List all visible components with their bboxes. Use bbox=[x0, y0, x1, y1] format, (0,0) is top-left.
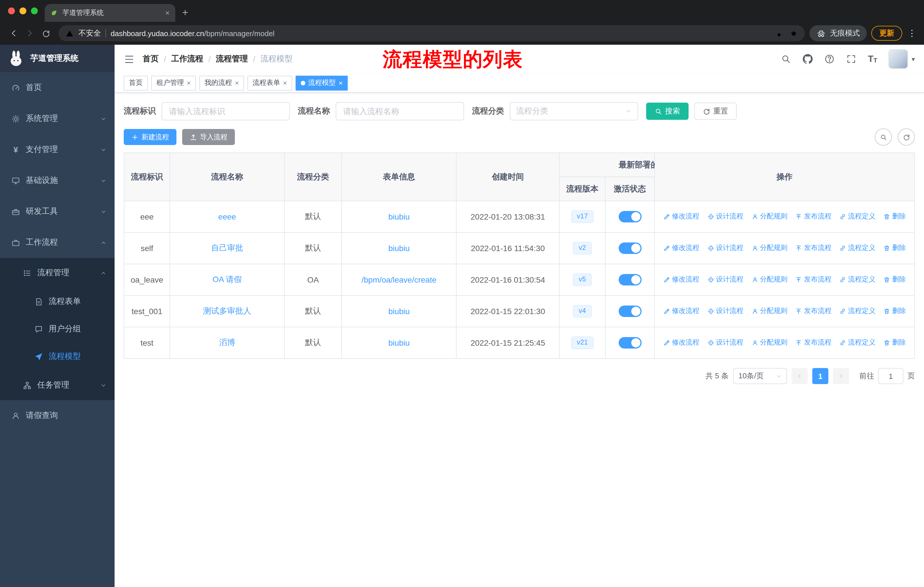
process-name-input[interactable] bbox=[336, 102, 464, 121]
process-category-select[interactable]: 流程分类 bbox=[510, 102, 638, 121]
minimize-window-button[interactable] bbox=[20, 7, 26, 14]
font-size-icon[interactable]: TT bbox=[868, 55, 877, 64]
user-menu[interactable]: ▾ bbox=[889, 49, 915, 69]
process-name-link[interactable]: 滔博 bbox=[219, 337, 235, 347]
forward-button[interactable] bbox=[22, 25, 38, 41]
toggle-search-button[interactable] bbox=[875, 128, 892, 146]
back-button[interactable] bbox=[6, 25, 22, 41]
search-button[interactable]: 搜索 bbox=[646, 103, 688, 120]
sidebar-item-infra[interactable]: 基础设施 bbox=[0, 165, 115, 196]
active-toggle[interactable] bbox=[619, 243, 641, 254]
action-delete[interactable]: 删除 bbox=[883, 212, 906, 222]
prev-page-button[interactable] bbox=[792, 368, 808, 384]
sidebar-item-workflow[interactable]: 工作流程 bbox=[0, 227, 115, 258]
key-icon[interactable] bbox=[776, 29, 785, 38]
action-assign[interactable]: 分配规则 bbox=[751, 306, 787, 316]
hamburger-icon[interactable] bbox=[124, 54, 135, 64]
avatar[interactable] bbox=[889, 49, 908, 69]
refresh-table-button[interactable] bbox=[898, 128, 915, 146]
sidebar-item-devtools[interactable]: 研发工具 bbox=[0, 196, 115, 227]
sidebar-item-payment[interactable]: ¥ 支付管理 bbox=[0, 134, 115, 165]
action-design[interactable]: 设计流程 bbox=[707, 338, 743, 348]
breadcrumb-item[interactable]: 工作流程 bbox=[171, 54, 203, 64]
sidebar-item-home[interactable]: 首页 bbox=[0, 72, 115, 103]
breadcrumb-item[interactable]: 首页 bbox=[143, 54, 159, 64]
next-page-button[interactable] bbox=[833, 368, 849, 384]
tag-home[interactable]: 首页 bbox=[124, 75, 148, 90]
tag-tenant[interactable]: 租户管理× bbox=[151, 75, 196, 90]
new-tab-button[interactable]: + bbox=[182, 7, 188, 18]
import-process-button[interactable]: 导入流程 bbox=[182, 129, 235, 145]
process-name-link[interactable]: OA 请假 bbox=[213, 274, 242, 284]
active-toggle[interactable] bbox=[619, 211, 641, 222]
action-edit[interactable]: 修改流程 bbox=[663, 338, 700, 348]
search-icon[interactable] bbox=[781, 54, 791, 64]
action-delete[interactable]: 删除 bbox=[883, 275, 906, 284]
form-link[interactable]: biubiu bbox=[388, 212, 410, 221]
tag-close-icon[interactable]: × bbox=[235, 79, 239, 87]
github-icon[interactable] bbox=[803, 54, 813, 64]
sidebar-item-leave-query[interactable]: 请假查询 bbox=[0, 400, 115, 431]
action-definition[interactable]: 流程定义 bbox=[840, 212, 876, 222]
tag-close-icon[interactable]: × bbox=[187, 79, 191, 87]
sidebar-item-process-model[interactable]: 流程模型 bbox=[0, 343, 115, 370]
form-link[interactable]: biubiu bbox=[388, 244, 410, 253]
breadcrumb-item[interactable]: 流程管理 bbox=[216, 54, 248, 64]
help-icon[interactable] bbox=[824, 54, 835, 64]
action-publish[interactable]: 发布流程 bbox=[795, 338, 832, 348]
action-design[interactable]: 设计流程 bbox=[707, 306, 743, 316]
action-assign[interactable]: 分配规则 bbox=[751, 212, 787, 222]
maximize-window-button[interactable] bbox=[31, 7, 38, 14]
action-delete[interactable]: 删除 bbox=[883, 338, 906, 348]
reload-button[interactable] bbox=[38, 25, 54, 41]
action-delete[interactable]: 删除 bbox=[883, 243, 906, 253]
browser-tab[interactable]: 芋道管理系统 × bbox=[45, 4, 175, 22]
tag-my-process[interactable]: 我的流程× bbox=[200, 75, 244, 90]
action-delete[interactable]: 删除 bbox=[883, 306, 906, 316]
action-publish[interactable]: 发布流程 bbox=[795, 243, 832, 253]
tag-process-model[interactable]: 流程模型× bbox=[295, 75, 348, 90]
form-link[interactable]: /bpm/oa/leave/create bbox=[361, 275, 437, 284]
action-publish[interactable]: 发布流程 bbox=[795, 275, 832, 284]
sidebar-item-process-mgmt[interactable]: 流程管理 bbox=[0, 258, 115, 288]
create-process-button[interactable]: 新建流程 bbox=[124, 129, 177, 145]
form-link[interactable]: biubiu bbox=[388, 307, 410, 316]
action-edit[interactable]: 修改流程 bbox=[663, 275, 700, 284]
action-definition[interactable]: 流程定义 bbox=[840, 275, 876, 284]
action-edit[interactable]: 修改流程 bbox=[663, 306, 700, 316]
action-assign[interactable]: 分配规则 bbox=[751, 275, 787, 284]
sidebar-item-process-form[interactable]: 流程表单 bbox=[0, 288, 115, 315]
sidebar-item-user-group[interactable]: 用户分组 bbox=[0, 315, 115, 343]
page-number-button[interactable]: 1 bbox=[812, 368, 828, 384]
tab-close-icon[interactable]: × bbox=[165, 8, 170, 17]
action-definition[interactable]: 流程定义 bbox=[840, 306, 876, 316]
update-browser-button[interactable]: 更新 bbox=[871, 26, 902, 41]
active-toggle[interactable] bbox=[619, 306, 641, 317]
active-toggle[interactable] bbox=[619, 274, 641, 286]
action-definition[interactable]: 流程定义 bbox=[840, 338, 876, 348]
process-name-link[interactable]: 自己审批 bbox=[211, 243, 243, 252]
tag-close-icon[interactable]: × bbox=[338, 79, 343, 87]
sidebar-item-system[interactable]: 系统管理 bbox=[0, 103, 115, 134]
fullscreen-icon[interactable] bbox=[846, 54, 856, 64]
action-edit[interactable]: 修改流程 bbox=[663, 212, 700, 222]
active-toggle[interactable] bbox=[619, 337, 641, 349]
action-design[interactable]: 设计流程 bbox=[707, 212, 743, 222]
form-link[interactable]: biubiu bbox=[388, 338, 410, 347]
process-name-link[interactable]: eeee bbox=[218, 212, 236, 221]
action-assign[interactable]: 分配规则 bbox=[751, 338, 787, 348]
bookmark-star-icon[interactable] bbox=[789, 29, 798, 38]
action-design[interactable]: 设计流程 bbox=[707, 243, 743, 253]
tag-close-icon[interactable]: × bbox=[283, 79, 287, 87]
sidebar-item-task-mgmt[interactable]: 任务管理 bbox=[0, 370, 115, 400]
tag-process-form[interactable]: 流程表单× bbox=[248, 75, 292, 90]
address-bar[interactable]: 不安全 dashboard.yudao.iocoder.cn/bpm/manag… bbox=[58, 25, 805, 41]
action-definition[interactable]: 流程定义 bbox=[840, 243, 876, 253]
action-edit[interactable]: 修改流程 bbox=[663, 243, 700, 253]
close-window-button[interactable] bbox=[8, 7, 15, 14]
reset-button[interactable]: 重置 bbox=[694, 103, 737, 120]
process-id-input[interactable] bbox=[162, 102, 290, 121]
browser-menu-button[interactable]: ⋮ bbox=[906, 28, 918, 38]
action-assign[interactable]: 分配规则 bbox=[751, 243, 787, 253]
goto-page-input[interactable] bbox=[878, 368, 903, 384]
